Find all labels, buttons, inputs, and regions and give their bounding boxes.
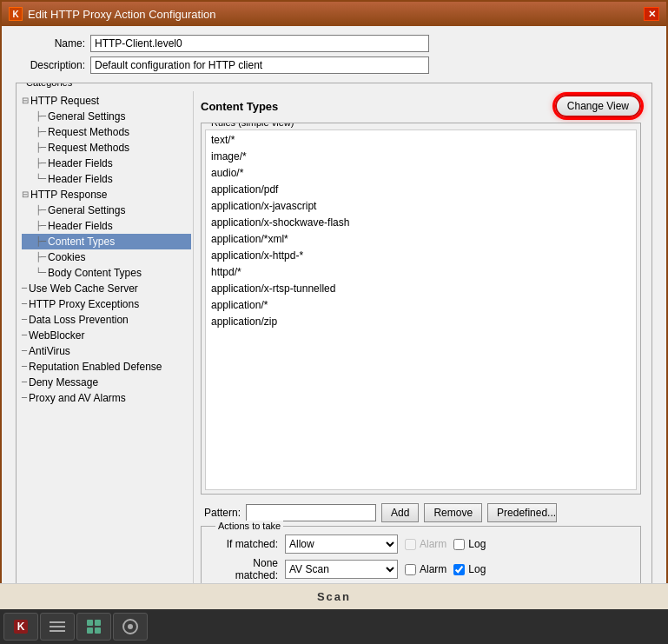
- rule-item[interactable]: application/pdf: [209, 182, 632, 198]
- if-matched-select[interactable]: Allow Deny Drop: [285, 534, 398, 554]
- tree-item-authorization[interactable]: └─ Header Fields: [22, 171, 191, 187]
- log-none-matched-group: Log: [453, 563, 486, 575]
- categories-group: Categories ⊟ HTTP Request ├─ General Set…: [16, 83, 652, 604]
- predefined-button[interactable]: Predefined...: [487, 503, 557, 522]
- connector-icon: ├─: [36, 250, 46, 264]
- section-title: Content Types: [201, 100, 278, 113]
- taskbar-icon-2: [83, 616, 104, 637]
- svg-rect-3: [50, 626, 65, 627]
- name-input[interactable]: [90, 35, 429, 52]
- rule-item[interactable]: application/x-javascript: [209, 198, 632, 215]
- rule-item[interactable]: audio/*: [209, 165, 632, 182]
- name-row: Name:: [16, 35, 652, 52]
- connector-icon: └─: [36, 266, 46, 280]
- tree-label: HTTP Proxy Exceptions: [29, 297, 139, 311]
- rule-item[interactable]: text/*: [209, 132, 632, 149]
- tree-item-general-settings-res[interactable]: ├─ General Settings: [22, 202, 191, 218]
- remove-button[interactable]: Remove: [424, 503, 482, 522]
- tree-label: AntiVirus: [29, 344, 70, 358]
- rule-item[interactable]: application/*: [209, 297, 632, 314]
- svg-rect-5: [87, 620, 93, 626]
- tree-label: Deny Message: [29, 375, 98, 389]
- rule-item[interactable]: application/zip: [209, 314, 632, 330]
- taskbar-item-1[interactable]: [40, 613, 75, 641]
- svg-rect-8: [95, 627, 101, 634]
- scan-text: Scan: [317, 590, 351, 603]
- description-input[interactable]: [90, 56, 429, 74]
- tree-item-header-fields-req[interactable]: ├─ Header Fields: [22, 156, 191, 171]
- log-none-matched-checkbox[interactable]: [453, 564, 465, 575]
- form-area: Name: Description:: [2, 26, 666, 79]
- tree-item-reputation-enabled-defense[interactable]: ─ Reputation Enabled Defense: [22, 359, 191, 375]
- rules-list[interactable]: text/*image/*audio/*application/pdfappli…: [205, 129, 637, 490]
- tree-item-deny-message[interactable]: ─ Deny Message: [22, 375, 191, 390]
- scan-bar: Scan: [0, 583, 668, 609]
- tree-label: Header Fields: [48, 219, 113, 233]
- connector-icon: ├─: [36, 141, 46, 155]
- description-label: Description:: [16, 59, 85, 71]
- window-title: Edit HTTP Proxy Action Configuration: [28, 8, 216, 21]
- tree-label: Data Loss Prevention: [29, 313, 129, 327]
- tree-item-data-loss-prevention[interactable]: ─ Data Loss Prevention: [22, 312, 191, 328]
- taskbar-item-0[interactable]: K: [3, 613, 38, 641]
- tree-item-http-proxy-exceptions[interactable]: ─ HTTP Proxy Exceptions: [22, 296, 191, 312]
- expand-icon: ⊟: [22, 188, 29, 202]
- alarm-none-matched-checkbox[interactable]: [405, 564, 416, 575]
- tree-item-request-methods[interactable]: ├─ Request Methods: [22, 124, 191, 140]
- rule-item[interactable]: application/x-shockwave-flash: [209, 215, 632, 231]
- tree-item-http-response[interactable]: ⊟ HTTP Response: [22, 187, 191, 202]
- tree-item-webblocker[interactable]: ─ WebBlocker: [22, 328, 191, 343]
- rule-item[interactable]: application/x-httpd-*: [209, 248, 632, 264]
- rules-group: Rules (simple view) text/*image/*audio/*…: [201, 123, 641, 495]
- connector-icon: ├─: [36, 110, 46, 123]
- tree-label: Content Types: [48, 235, 115, 249]
- tree-label: HTTP Request: [30, 94, 99, 108]
- tree-label: Reputation Enabled Defense: [29, 360, 162, 374]
- app-icon: K: [9, 7, 23, 21]
- svg-text:K: K: [17, 621, 25, 633]
- pattern-input[interactable]: [246, 504, 376, 521]
- rule-item[interactable]: application/x-rtsp-tunnelled: [209, 281, 632, 297]
- tree-item-proxy-av-alarms[interactable]: ─ Proxy and AV Alarms: [22, 390, 191, 406]
- log-if-matched-group: Log: [453, 538, 486, 550]
- tree-label: Cookies: [48, 250, 85, 264]
- tree-label: Request Methods: [48, 125, 129, 139]
- connector-icon: ├─: [36, 125, 46, 139]
- tree-label: General Settings: [48, 203, 125, 217]
- close-button[interactable]: ✕: [644, 7, 659, 21]
- rule-item[interactable]: httpd/*: [209, 264, 632, 281]
- tree-label: General Settings: [48, 110, 125, 123]
- none-matched-select[interactable]: AV Scan Allow Deny Drop: [285, 560, 398, 579]
- tree-item-general-settings-req[interactable]: ├─ General Settings: [22, 109, 191, 124]
- add-button[interactable]: Add: [381, 503, 419, 522]
- change-view-button[interactable]: Change View: [555, 95, 641, 117]
- rule-item[interactable]: image/*: [209, 149, 632, 165]
- connector-icon: ─: [22, 344, 27, 358]
- taskbar-item-3[interactable]: [113, 613, 148, 641]
- expand-icon: ⊟: [22, 94, 29, 108]
- tree-item-cookies[interactable]: ├─ Cookies: [22, 249, 191, 265]
- pattern-label: Pattern:: [204, 507, 241, 519]
- log-none-matched-label: Log: [468, 563, 486, 575]
- title-bar-left: K Edit HTTP Proxy Action Configuration: [9, 7, 216, 21]
- tree-item-http-request[interactable]: ⊟ HTTP Request: [22, 93, 191, 109]
- connector-icon: ├─: [36, 156, 46, 170]
- tree-item-header-fields-res[interactable]: ├─ Header Fields: [22, 218, 191, 234]
- taskbar-item-2[interactable]: [76, 613, 111, 641]
- svg-point-10: [128, 624, 133, 629]
- tree-item-content-types[interactable]: ├─ Content Types: [22, 234, 191, 249]
- rule-item[interactable]: application/*xml*: [209, 231, 632, 248]
- connector-icon: └─: [36, 172, 46, 186]
- alarm-if-matched-checkbox[interactable]: [405, 539, 416, 550]
- taskbar-icon-1: [47, 616, 68, 637]
- connector-icon: ─: [22, 375, 27, 389]
- svg-rect-7: [87, 627, 93, 634]
- tree-label: HTTP Response: [30, 188, 107, 202]
- tree-item-antivirus[interactable]: ─ AntiVirus: [22, 343, 191, 359]
- log-if-matched-label: Log: [468, 538, 486, 550]
- tree-label: Request Methods: [48, 141, 129, 155]
- tree-item-use-web-cache-server[interactable]: ─ Use Web Cache Server: [22, 281, 191, 296]
- tree-item-body-content-types[interactable]: └─ Body Content Types: [22, 265, 191, 281]
- tree-item-url-paths[interactable]: ├─ Request Methods: [22, 140, 191, 156]
- log-if-matched-checkbox[interactable]: [453, 539, 465, 550]
